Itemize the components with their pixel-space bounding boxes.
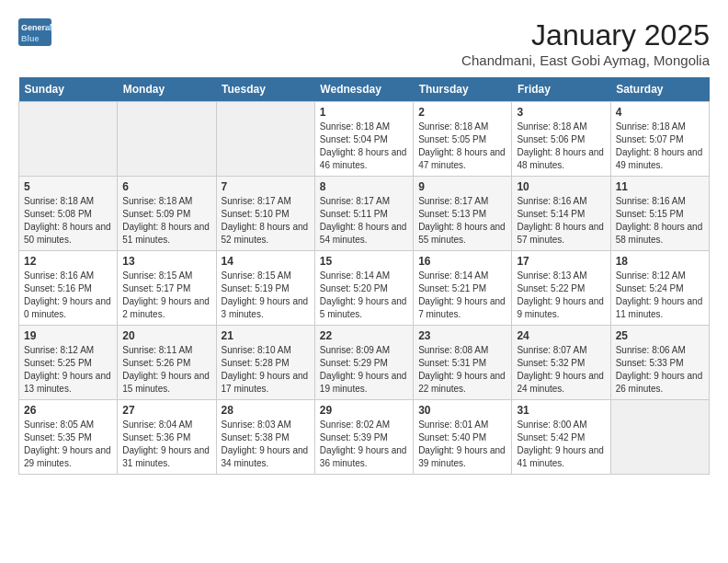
day-info: Sunrise: 8:17 AM Sunset: 5:11 PM Dayligh… (320, 195, 408, 247)
day-info: Sunrise: 8:18 AM Sunset: 5:08 PM Dayligh… (24, 195, 112, 247)
calendar-cell: 20Sunrise: 8:11 AM Sunset: 5:26 PM Dayli… (118, 326, 216, 400)
weekday-header-thursday: Thursday (414, 77, 512, 102)
calendar-cell: 18Sunrise: 8:12 AM Sunset: 5:24 PM Dayli… (610, 251, 709, 326)
day-number: 9 (418, 180, 506, 193)
weekday-header-tuesday: Tuesday (216, 77, 314, 102)
day-number: 27 (122, 404, 210, 417)
calendar-cell: 27Sunrise: 8:04 AM Sunset: 5:36 PM Dayli… (118, 400, 216, 475)
calendar-cell: 7Sunrise: 8:17 AM Sunset: 5:10 PM Daylig… (216, 177, 314, 251)
day-info: Sunrise: 8:06 AM Sunset: 5:33 PM Dayligh… (616, 344, 704, 396)
calendar-cell: 8Sunrise: 8:17 AM Sunset: 5:11 PM Daylig… (314, 177, 413, 251)
day-info: Sunrise: 8:05 AM Sunset: 5:35 PM Dayligh… (24, 419, 112, 470)
week-row-1: 1Sunrise: 8:18 AM Sunset: 5:04 PM Daylig… (19, 102, 710, 177)
day-info: Sunrise: 8:14 AM Sunset: 5:21 PM Dayligh… (418, 270, 506, 321)
day-number: 13 (122, 255, 210, 268)
day-number: 15 (320, 255, 408, 268)
day-number: 28 (222, 404, 310, 417)
weekday-header-row: SundayMondayTuesdayWednesdayThursdayFrid… (19, 77, 710, 102)
weekday-header-saturday: Saturday (610, 77, 709, 102)
logo: General Blue (18, 18, 51, 46)
day-info: Sunrise: 8:04 AM Sunset: 5:36 PM Dayligh… (122, 419, 210, 470)
calendar-cell (216, 102, 314, 177)
calendar-subtitle: Chandmani, East Gobi Aymag, Mongolia (461, 52, 710, 68)
day-number: 5 (24, 180, 112, 193)
day-number: 3 (517, 106, 605, 119)
title-section: January 2025 Chandmani, East Gobi Aymag,… (461, 18, 710, 68)
calendar-cell: 31Sunrise: 8:00 AM Sunset: 5:42 PM Dayli… (512, 400, 610, 475)
day-info: Sunrise: 8:02 AM Sunset: 5:39 PM Dayligh… (320, 419, 408, 470)
week-row-2: 5Sunrise: 8:18 AM Sunset: 5:08 PM Daylig… (19, 177, 710, 251)
calendar-cell: 23Sunrise: 8:08 AM Sunset: 5:31 PM Dayli… (414, 326, 512, 400)
day-number: 8 (320, 180, 408, 193)
day-number: 21 (222, 329, 310, 342)
calendar-title: January 2025 (461, 18, 710, 52)
week-row-5: 26Sunrise: 8:05 AM Sunset: 5:35 PM Dayli… (19, 400, 710, 475)
day-number: 12 (24, 255, 112, 268)
day-info: Sunrise: 8:15 AM Sunset: 5:19 PM Dayligh… (222, 270, 310, 321)
weekday-header-sunday: Sunday (19, 77, 118, 102)
day-number: 14 (222, 255, 310, 268)
day-number: 30 (418, 404, 506, 417)
day-number: 6 (122, 180, 210, 193)
day-info: Sunrise: 8:18 AM Sunset: 5:05 PM Dayligh… (418, 121, 506, 172)
calendar-cell: 29Sunrise: 8:02 AM Sunset: 5:39 PM Dayli… (314, 400, 413, 475)
calendar-table: SundayMondayTuesdayWednesdayThursdayFrid… (18, 77, 710, 475)
calendar-cell: 15Sunrise: 8:14 AM Sunset: 5:20 PM Dayli… (314, 251, 413, 326)
day-info: Sunrise: 8:00 AM Sunset: 5:42 PM Dayligh… (517, 419, 605, 470)
calendar-cell: 12Sunrise: 8:16 AM Sunset: 5:16 PM Dayli… (19, 251, 118, 326)
svg-text:Blue: Blue (21, 34, 40, 43)
weekday-header-wednesday: Wednesday (314, 77, 413, 102)
calendar-cell: 2Sunrise: 8:18 AM Sunset: 5:05 PM Daylig… (414, 102, 512, 177)
calendar-cell (118, 102, 216, 177)
day-info: Sunrise: 8:15 AM Sunset: 5:17 PM Dayligh… (122, 270, 210, 321)
calendar-cell: 24Sunrise: 8:07 AM Sunset: 5:32 PM Dayli… (512, 326, 610, 400)
day-number: 10 (517, 180, 605, 193)
week-row-3: 12Sunrise: 8:16 AM Sunset: 5:16 PM Dayli… (19, 251, 710, 326)
day-info: Sunrise: 8:01 AM Sunset: 5:40 PM Dayligh… (418, 419, 506, 470)
calendar-cell: 9Sunrise: 8:17 AM Sunset: 5:13 PM Daylig… (414, 177, 512, 251)
day-info: Sunrise: 8:18 AM Sunset: 5:09 PM Dayligh… (122, 195, 210, 247)
calendar-cell: 16Sunrise: 8:14 AM Sunset: 5:21 PM Dayli… (414, 251, 512, 326)
day-info: Sunrise: 8:17 AM Sunset: 5:10 PM Dayligh… (222, 195, 310, 247)
day-info: Sunrise: 8:09 AM Sunset: 5:29 PM Dayligh… (320, 344, 408, 396)
day-info: Sunrise: 8:18 AM Sunset: 5:07 PM Dayligh… (616, 121, 704, 172)
day-info: Sunrise: 8:11 AM Sunset: 5:26 PM Dayligh… (122, 344, 210, 396)
calendar-cell: 10Sunrise: 8:16 AM Sunset: 5:14 PM Dayli… (512, 177, 610, 251)
day-number: 7 (222, 180, 310, 193)
day-number: 20 (122, 329, 210, 342)
day-info: Sunrise: 8:16 AM Sunset: 5:14 PM Dayligh… (517, 195, 605, 247)
day-info: Sunrise: 8:03 AM Sunset: 5:38 PM Dayligh… (222, 419, 310, 470)
calendar-cell: 22Sunrise: 8:09 AM Sunset: 5:29 PM Dayli… (314, 326, 413, 400)
calendar-cell (610, 400, 709, 475)
calendar-cell: 28Sunrise: 8:03 AM Sunset: 5:38 PM Dayli… (216, 400, 314, 475)
day-info: Sunrise: 8:14 AM Sunset: 5:20 PM Dayligh… (320, 270, 408, 321)
day-number: 29 (320, 404, 408, 417)
day-number: 31 (517, 404, 605, 417)
day-number: 17 (517, 255, 605, 268)
day-info: Sunrise: 8:16 AM Sunset: 5:16 PM Dayligh… (24, 270, 112, 321)
calendar-cell: 17Sunrise: 8:13 AM Sunset: 5:22 PM Dayli… (512, 251, 610, 326)
day-number: 16 (418, 255, 506, 268)
calendar-cell: 21Sunrise: 8:10 AM Sunset: 5:28 PM Dayli… (216, 326, 314, 400)
weekday-header-monday: Monday (118, 77, 216, 102)
day-info: Sunrise: 8:16 AM Sunset: 5:15 PM Dayligh… (616, 195, 704, 247)
calendar-cell: 5Sunrise: 8:18 AM Sunset: 5:08 PM Daylig… (19, 177, 118, 251)
day-info: Sunrise: 8:12 AM Sunset: 5:24 PM Dayligh… (616, 270, 704, 321)
day-number: 26 (24, 404, 112, 417)
page-header: General Blue January 2025 Chandmani, Eas… (18, 18, 710, 68)
calendar-cell: 26Sunrise: 8:05 AM Sunset: 5:35 PM Dayli… (19, 400, 118, 475)
weekday-header-friday: Friday (512, 77, 610, 102)
day-number: 23 (418, 329, 506, 342)
day-info: Sunrise: 8:18 AM Sunset: 5:04 PM Dayligh… (320, 121, 408, 172)
calendar-cell: 4Sunrise: 8:18 AM Sunset: 5:07 PM Daylig… (610, 102, 709, 177)
day-number: 19 (24, 329, 112, 342)
calendar-cell (19, 102, 118, 177)
day-info: Sunrise: 8:08 AM Sunset: 5:31 PM Dayligh… (418, 344, 506, 396)
day-number: 18 (616, 255, 704, 268)
calendar-cell: 3Sunrise: 8:18 AM Sunset: 5:06 PM Daylig… (512, 102, 610, 177)
logo-icon: General Blue (18, 18, 51, 46)
day-info: Sunrise: 8:13 AM Sunset: 5:22 PM Dayligh… (517, 270, 605, 321)
day-number: 11 (616, 180, 704, 193)
day-number: 2 (418, 106, 506, 119)
day-number: 1 (320, 106, 408, 119)
